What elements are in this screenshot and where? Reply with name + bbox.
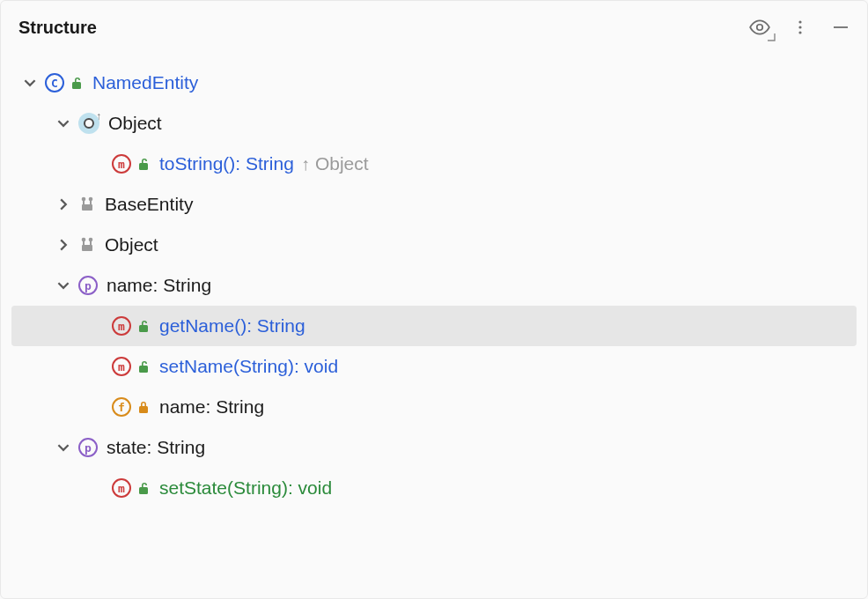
- method-icon: m: [112, 357, 131, 376]
- collapse-arrow-icon[interactable]: [57, 239, 78, 251]
- tree-node-interface[interactable]: Object: [1, 225, 867, 265]
- tree-node-superclass[interactable]: ↑ Object: [1, 103, 867, 144]
- method-icon: m: [112, 478, 131, 498]
- interface-icon: [78, 236, 96, 254]
- minimize-icon[interactable]: [828, 15, 853, 40]
- expand-arrow-icon[interactable]: [57, 117, 78, 129]
- node-label: Object: [108, 113, 162, 134]
- node-label: setState(String): void: [159, 477, 332, 499]
- public-visibility-icon: [136, 481, 151, 495]
- tree-node-class[interactable]: C NamedEntity: [1, 63, 867, 103]
- node-label: BaseEntity: [105, 194, 193, 215]
- svg-point-3: [798, 31, 801, 33]
- tree-node-interface[interactable]: BaseEntity: [1, 184, 867, 225]
- svg-rect-16: [90, 241, 92, 246]
- svg-rect-20: [139, 487, 148, 494]
- svg-point-7: [82, 197, 86, 202]
- inherited-from-label: Object: [315, 153, 369, 174]
- method-icon: m: [112, 316, 131, 336]
- svg-point-13: [89, 238, 93, 242]
- node-label: Object: [105, 234, 158, 255]
- public-visibility-icon: [70, 76, 84, 90]
- tree-node-method[interactable]: m toString(): String ↑Object: [1, 144, 867, 184]
- node-label: getName(): String: [159, 315, 305, 336]
- tree-node-field[interactable]: f name: String: [1, 387, 867, 427]
- svg-point-0: [757, 25, 763, 31]
- structure-panel: Structure: [0, 0, 868, 599]
- public-visibility-icon: [136, 157, 151, 171]
- visibility-icon[interactable]: [747, 15, 772, 40]
- panel-title: Structure: [18, 18, 747, 38]
- svg-rect-6: [139, 163, 148, 170]
- svg-point-1: [798, 20, 801, 23]
- tree-node-method-selected[interactable]: m getName(): String: [11, 306, 857, 346]
- interface-icon: [78, 196, 96, 213]
- property-icon: p: [78, 276, 98, 295]
- svg-point-12: [82, 238, 86, 242]
- svg-rect-15: [83, 241, 85, 246]
- svg-rect-18: [139, 366, 148, 373]
- expand-arrow-icon[interactable]: [57, 441, 78, 454]
- property-icon: p: [78, 438, 98, 457]
- node-label: setName(String): void: [159, 356, 338, 377]
- panel-header: Structure: [1, 1, 867, 54]
- node-label: state: String: [107, 437, 205, 458]
- svg-rect-17: [139, 325, 148, 332]
- private-visibility-icon: [136, 400, 151, 414]
- tree-node-property[interactable]: p state: String: [1, 427, 867, 468]
- tree-node-property[interactable]: p name: String: [1, 265, 867, 306]
- node-label: name: String: [159, 396, 264, 418]
- svg-point-8: [89, 197, 93, 202]
- tree-node-method[interactable]: m setName(String): void: [1, 346, 867, 387]
- public-visibility-icon: [136, 359, 151, 373]
- node-label: NamedEntity: [92, 72, 198, 93]
- panel-toolbar: [747, 15, 853, 40]
- collapse-arrow-icon[interactable]: [57, 198, 78, 211]
- svg-rect-9: [82, 204, 92, 211]
- node-label: toString(): String: [159, 153, 294, 174]
- svg-rect-19: [139, 406, 148, 413]
- field-icon: f: [112, 397, 131, 417]
- tree-node-method[interactable]: m setState(String): void: [1, 468, 867, 508]
- svg-rect-5: [72, 82, 81, 89]
- node-label: name: String: [107, 275, 211, 296]
- svg-point-2: [798, 26, 801, 28]
- svg-rect-14: [82, 245, 92, 251]
- inherited-arrow-icon: ↑: [301, 154, 310, 174]
- svg-rect-10: [83, 201, 85, 205]
- more-options-icon[interactable]: [788, 15, 813, 40]
- object-up-icon: ↑: [78, 113, 99, 134]
- svg-rect-11: [90, 201, 92, 205]
- expand-arrow-icon[interactable]: [24, 77, 45, 89]
- structure-tree: C NamedEntity ↑ Object: [1, 54, 867, 598]
- method-icon: m: [112, 154, 131, 174]
- class-icon: C: [45, 73, 64, 92]
- expand-arrow-icon[interactable]: [57, 279, 78, 292]
- public-visibility-icon: [136, 319, 151, 333]
